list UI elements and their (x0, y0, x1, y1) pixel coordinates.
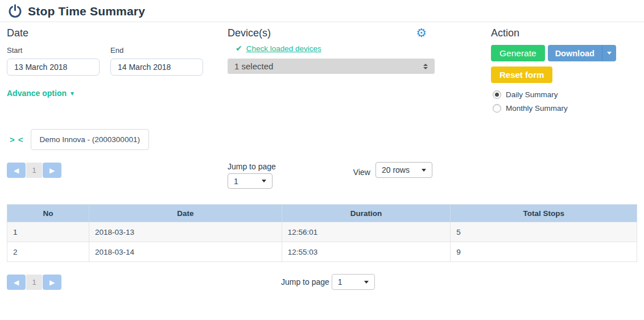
devices-section: Device(s) ⚙ ✔ Check loaded devices 1 sel… (228, 27, 435, 118)
radio-monthly-summary[interactable]: Monthly Summary (493, 104, 637, 113)
table-toolbar: ◀ 1 ▶ Jump to page 1 View 20 rows (7, 162, 637, 189)
power-icon (8, 4, 22, 18)
jump-to-page-select[interactable]: 1 (228, 173, 273, 189)
view-label: View (353, 168, 370, 177)
table-cell: 12:56:01 (282, 222, 451, 242)
advance-option-link[interactable]: Advance option ▼ (7, 89, 75, 98)
device-tab[interactable]: Demo Innova - (2000300001) (31, 129, 149, 150)
radio-daily-summary[interactable]: Daily Summary (493, 90, 637, 99)
reset-form-button[interactable]: Reset form (491, 67, 552, 83)
end-date-label: End (110, 46, 203, 55)
action-heading: Action (491, 27, 637, 39)
jump-to-page-value: 1 (234, 177, 238, 186)
start-date-input[interactable] (7, 59, 100, 76)
advance-option-label: Advance option (7, 89, 67, 98)
bottom-jump-to-page-label: Jump to page (281, 277, 329, 286)
devices-heading: Device(s) (228, 27, 271, 39)
chevron-down-icon (607, 52, 612, 55)
updown-arrows-icon (423, 64, 428, 69)
tab-scroll-next-button[interactable]: > (8, 135, 16, 144)
start-date-label: Start (7, 46, 100, 55)
view-rows-group: View 20 rows (353, 162, 432, 178)
jump-to-page-group: Jump to page 1 (228, 162, 276, 189)
table-cell: 9 (451, 242, 637, 262)
chevron-down-icon (262, 180, 266, 182)
column-header[interactable]: Duration (282, 205, 451, 222)
table-row: 12018-03-1312:56:015 (7, 222, 637, 242)
table-header-row: NoDateDurationTotal Stops (7, 205, 637, 222)
summary-type-radio-group: Daily Summary Monthly Summary (493, 90, 637, 113)
generate-button[interactable]: Generate (491, 45, 545, 61)
view-rows-select[interactable]: 20 rows (375, 162, 432, 178)
date-section: Date Start End Advance option ▼ (7, 27, 228, 118)
tab-scroll-prev-button[interactable]: < (16, 135, 25, 144)
chevron-down-icon: ▼ (69, 90, 75, 97)
table-cell: 12:55:03 (282, 242, 451, 262)
devices-select[interactable]: 1 selected (228, 59, 435, 74)
devices-select-value: 1 selected (234, 61, 273, 71)
bottom-next-page-button[interactable]: ▶ (43, 275, 61, 290)
date-heading: Date (7, 27, 228, 39)
table-cell: 2018-03-14 (89, 242, 282, 262)
table-cell: 2 (7, 242, 89, 262)
chevron-down-icon (364, 281, 369, 284)
download-button[interactable]: Download (548, 45, 602, 61)
pagination: ◀ 1 ▶ (7, 163, 61, 178)
action-section: Action Generate Download Reset form Dail… (491, 27, 637, 118)
stop-time-summary-page: Stop Time Summary Date Start End Advance… (0, 0, 644, 320)
bottom-pagination: ◀ 1 ▶ (7, 275, 61, 290)
stop-time-table: NoDateDurationTotal Stops 12018-03-1312:… (7, 204, 637, 262)
check-icon: ✔ (236, 44, 242, 53)
prev-page-button[interactable]: ◀ (7, 163, 26, 178)
view-rows-value: 20 rows (382, 165, 410, 174)
bottom-jump-to-page-value: 1 (338, 277, 342, 286)
bottom-toolbar: ◀ 1 ▶ Jump to page 1 (7, 274, 637, 290)
column-header[interactable]: No (7, 205, 89, 222)
chevron-down-icon (422, 169, 426, 172)
check-loaded-devices-link[interactable]: ✔ Check loaded devices (236, 44, 435, 53)
column-header[interactable]: Date (89, 205, 282, 222)
table-row: 22018-03-1412:55:039 (7, 242, 637, 262)
column-header[interactable]: Total Stops (451, 205, 637, 222)
page-title: Stop Time Summary (28, 5, 145, 18)
table-cell: 5 (451, 222, 637, 242)
download-dropdown-button[interactable] (602, 45, 616, 61)
bottom-jump-to-page-group: Jump to page 1 (281, 274, 375, 290)
check-loaded-devices-label: Check loaded devices (246, 44, 321, 53)
bottom-jump-to-page-select[interactable]: 1 (332, 274, 375, 290)
end-date-input[interactable] (110, 59, 203, 76)
radio-icon (493, 104, 501, 113)
table-cell: 1 (7, 222, 89, 242)
gear-icon[interactable]: ⚙ (416, 27, 427, 39)
report-form: Date Start End Advance option ▼ Device(s… (0, 22, 644, 118)
page-header: Stop Time Summary (0, 0, 644, 22)
device-tabs: > < Demo Innova - (2000300001) (8, 129, 644, 150)
table-cell: 2018-03-13 (89, 222, 282, 242)
current-page-indicator: 1 (26, 163, 42, 178)
next-page-button[interactable]: ▶ (43, 163, 61, 178)
jump-to-page-label: Jump to page (228, 162, 276, 171)
radio-monthly-label: Monthly Summary (506, 104, 568, 113)
radio-icon (493, 90, 501, 99)
radio-daily-label: Daily Summary (506, 90, 558, 99)
bottom-current-page-indicator: 1 (26, 275, 42, 290)
bottom-prev-page-button[interactable]: ◀ (7, 275, 26, 290)
